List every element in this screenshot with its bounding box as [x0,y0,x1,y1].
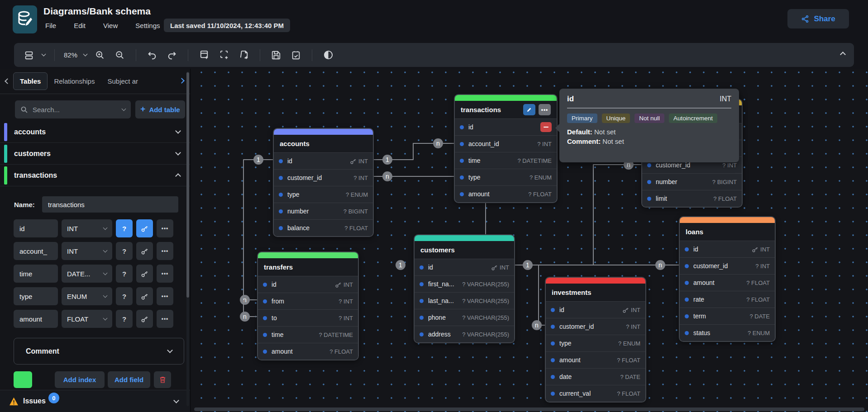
field-more-button[interactable]: ••• [157,287,173,305]
table-field-row[interactable]: id INT [415,259,514,275]
add-table-button[interactable]: + Add table [135,100,185,118]
issues-bar[interactable]: Issues 0 [0,390,190,412]
search-input[interactable]: Search... [15,100,131,118]
field-type-select[interactable]: ENUM [62,287,112,305]
table-field-row[interactable]: limit? FLOAT [642,190,742,207]
table-name-input[interactable]: transactions [42,196,178,213]
table-field-row[interactable]: current_val? FLOAT [546,385,645,402]
field-more-button[interactable]: ••• [157,265,173,283]
canvas-table-loans[interactable]: loansid INTcustomer_id? INTamount? FLOAT… [679,216,776,342]
canvas-table-transactions[interactable]: transactions•••idaccount_id? INTtime? DA… [454,94,558,203]
undo-icon[interactable] [145,48,159,62]
table-field-row[interactable]: date? DATE [546,368,645,385]
field-nullable-toggle[interactable]: ? [116,219,133,237]
table-field-row[interactable]: number? BIGINT [642,173,742,190]
canvas-table-accounts[interactable]: accountsid INTcustomer_id? INTtype? ENUM… [273,128,374,237]
table-field-row[interactable]: status? ENUM [680,324,775,341]
table-title[interactable]: transfers [258,258,358,276]
field-type-select[interactable]: FLOAT [62,310,112,328]
field-type-select[interactable]: INT [62,219,112,237]
menu-item-file[interactable]: File [43,20,59,31]
table-field-row[interactable]: address? VARCHAR(255) [415,326,514,342]
app-logo-icon[interactable] [13,5,37,33]
field-primary-toggle[interactable] [136,265,153,283]
table-field-row[interactable]: amount? FLOAT [680,274,775,291]
layout-caret-icon[interactable] [42,52,46,57]
table-field-row[interactable]: customer_id? INT [546,318,645,335]
table-title[interactable]: accounts [274,135,373,152]
search-caret-icon[interactable] [122,106,126,111]
table-field-row[interactable]: id [455,118,557,135]
delete-table-button[interactable] [154,371,171,388]
table-field-row[interactable]: to? INT [258,309,358,326]
table-field-row[interactable]: id INT [546,301,645,318]
table-field-row[interactable]: from? INT [258,293,358,309]
tab-subject-ar[interactable]: Subject ar [101,73,144,90]
table-field-row[interactable]: last_na...? VARCHAR(255) [415,292,514,309]
delete-field-button[interactable] [540,122,552,132]
table-field-row[interactable]: phone? VARCHAR(255) [415,309,514,326]
field-primary-toggle[interactable] [136,219,153,237]
zoom-in-icon[interactable] [93,48,107,62]
field-nullable-toggle[interactable]: ? [116,265,133,283]
theme-icon[interactable] [321,48,335,62]
table-color-swatch[interactable] [14,371,32,388]
menu-item-edit[interactable]: Edit [71,20,88,31]
table-more-button[interactable]: ••• [539,104,551,115]
field-more-button[interactable]: ••• [157,219,173,237]
field-primary-toggle[interactable] [136,287,153,305]
canvas-table-customers[interactable]: customersid INTfirst_na...? VARCHAR(255)… [414,234,515,343]
add-note-icon[interactable] [237,48,251,62]
tab-tables[interactable]: Tables [13,72,48,90]
todo-icon[interactable] [289,48,303,62]
field-nullable-toggle[interactable]: ? [116,310,133,328]
save-icon[interactable] [269,48,283,62]
table-field-row[interactable]: time? DATETIME [258,326,358,343]
field-name-input[interactable]: amount [14,310,58,328]
zoom-level[interactable]: 82% [64,51,77,59]
field-nullable-toggle[interactable]: ? [116,242,133,260]
relationship-line[interactable] [539,265,545,325]
field-more-button[interactable]: ••• [157,242,173,260]
sidebar-table-customers[interactable]: customers [0,143,190,165]
share-button[interactable]: Share [787,9,849,28]
table-field-row[interactable]: time? DATETIME [455,152,557,169]
canvas-table-transfers[interactable]: transfersid INTfrom? INTto? INTtime? DAT… [257,251,359,360]
sidebar-table-accounts[interactable]: accounts [0,121,190,143]
field-type-select[interactable]: DATE... [62,265,112,283]
canvas-table-investments[interactable]: investmentsid INTcustomer_id? INTtype? E… [545,277,646,403]
table-field-row[interactable]: customer_id? INT [274,169,373,186]
field-name-input[interactable]: account_ [14,242,58,260]
table-field-row[interactable]: amount? FLOAT [546,351,645,368]
table-field-row[interactable]: id INT [258,276,358,293]
field-name-input[interactable]: id [14,219,58,237]
redo-icon[interactable] [165,48,179,62]
toolbar-collapse-icon[interactable] [840,52,846,57]
comment-collapse[interactable]: Comment [14,338,184,365]
field-type-select[interactable]: INT [62,242,112,260]
add-index-button[interactable]: Add index [55,371,105,388]
table-field-row[interactable]: first_na...? VARCHAR(255) [415,275,514,292]
sidebar-scrollbar[interactable] [186,71,189,406]
table-title[interactable]: transactions••• [455,101,557,118]
table-field-row[interactable]: amount? FLOAT [455,185,557,202]
table-field-row[interactable]: type? ENUM [455,169,557,185]
canvas-scrollbar-horizontal[interactable] [194,407,864,411]
tabs-scroll-right-icon[interactable] [179,78,185,84]
field-primary-toggle[interactable] [136,310,153,328]
table-title[interactable]: investments [546,284,645,301]
table-field-row[interactable]: number? BIGINT [274,203,373,219]
field-name-input[interactable]: time [14,265,58,283]
menu-item-settings[interactable]: Settings [133,20,162,31]
edit-table-button[interactable] [523,104,535,115]
table-field-row[interactable]: account_id? INT [455,135,557,152]
field-name-input[interactable]: type [14,287,58,305]
sidebar-table-transactions[interactable]: transactions [0,165,190,186]
table-field-row[interactable]: type? ENUM [274,186,373,203]
table-title[interactable]: customers [415,241,514,259]
tab-relationships[interactable]: Relationships [48,73,101,90]
field-nullable-toggle[interactable]: ? [116,287,133,305]
table-title[interactable]: loans [680,223,775,241]
table-field-row[interactable]: id INT [680,241,775,257]
relationship-line[interactable] [593,165,641,265]
